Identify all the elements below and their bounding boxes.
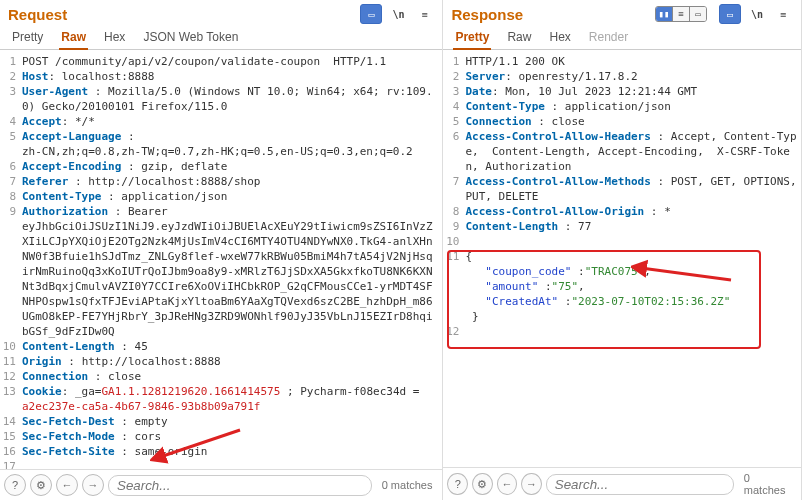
code-line: 3Date: Mon, 10 Jul 2023 12:21:44 GMT — [443, 84, 801, 99]
code-line: 1POST /community/api/v2/coupon/validate-… — [0, 54, 442, 69]
tab-hex[interactable]: Hex — [547, 26, 572, 49]
code-line: 9Authorization : Bearer eyJhbGciOiJSUzI1… — [0, 204, 442, 339]
request-header: Request ▭ \n ≡ — [0, 0, 442, 26]
code-line: 15Sec-Fetch-Mode : cors — [0, 429, 442, 444]
help-icon[interactable]: ? — [447, 473, 468, 495]
search-input[interactable] — [108, 475, 372, 496]
tab-render[interactable]: Render — [587, 26, 630, 49]
code-line: 13Cookie: _ga=GA1.1.1281219620.166141457… — [0, 384, 442, 414]
code-line: 16Sec-Fetch-Site : same-origin — [0, 444, 442, 459]
prev-icon[interactable]: ← — [56, 474, 78, 496]
response-tabs: Pretty Raw Hex Render — [443, 26, 801, 50]
hamburger-icon[interactable]: ≡ — [414, 5, 434, 23]
code-line: 10Content-Length : 45 — [0, 339, 442, 354]
code-line: 4Accept: */* — [0, 114, 442, 129]
wrap-icon[interactable]: \n — [747, 5, 767, 23]
request-tabs: Pretty Raw Hex JSON Web Token — [0, 26, 442, 50]
next-icon[interactable]: → — [82, 474, 104, 496]
code-line: 5Connection : close — [443, 114, 801, 129]
prev-icon[interactable]: ← — [497, 473, 518, 495]
code-line: 9Content-Length : 77 — [443, 219, 801, 234]
request-title: Request — [8, 6, 67, 23]
code-line: 6Access-Control-Allow-Headers : Accept, … — [443, 129, 801, 174]
code-line: 17 — [0, 459, 442, 469]
request-pane: Request ▭ \n ≡ Pretty Raw Hex JSON Web T… — [0, 0, 443, 500]
hamburger-icon[interactable]: ≡ — [773, 5, 793, 23]
tab-pretty[interactable]: Pretty — [10, 26, 45, 49]
code-line: 5Accept-Language : zh-CN,zh;q=0.8,zh-TW;… — [0, 129, 442, 159]
code-line: 12Connection : close — [0, 369, 442, 384]
response-content[interactable]: 1HTTP/1.1 200 OK2Server: openresty/1.17.… — [443, 50, 801, 467]
code-line: 7Access-Control-Allow-Methods : POST, GE… — [443, 174, 801, 204]
message-editor-icon[interactable]: ▭ — [719, 4, 741, 24]
layout-single-icon[interactable]: ▭ — [690, 7, 706, 21]
code-line: 4Content-Type : application/json — [443, 99, 801, 114]
layout-rows-icon[interactable]: ≡ — [673, 7, 690, 21]
code-line: 7Referer : http://localhost:8888/shop — [0, 174, 442, 189]
code-line: 11Origin : http://localhost:8888 — [0, 354, 442, 369]
next-icon[interactable]: → — [521, 473, 542, 495]
code-line: 11{ "coupon_code" :"TRAC075", "amount" :… — [443, 249, 801, 324]
message-editor-icon[interactable]: ▭ — [360, 4, 382, 24]
code-line: 3User-Agent : Mozilla/5.0 (Windows NT 10… — [0, 84, 442, 114]
code-line: 2Server: openresty/1.17.8.2 — [443, 69, 801, 84]
layout-toggle[interactable]: ▮▮ ≡ ▭ — [655, 6, 707, 22]
code-line: 10 — [443, 234, 801, 249]
code-line: 6Accept-Encoding : gzip, deflate — [0, 159, 442, 174]
code-line: 1HTTP/1.1 200 OK — [443, 54, 801, 69]
gear-icon[interactable]: ⚙ — [30, 474, 52, 496]
code-line: 8Access-Control-Allow-Origin : * — [443, 204, 801, 219]
response-title: Response — [451, 6, 523, 23]
layout-columns-icon[interactable]: ▮▮ — [656, 7, 673, 21]
code-line: 12 — [443, 324, 801, 339]
response-pane: Response ▮▮ ≡ ▭ ▭ \n ≡ Pretty Raw Hex Re… — [443, 0, 802, 500]
code-line: 8Content-Type : application/json — [0, 189, 442, 204]
wrap-icon[interactable]: \n — [388, 5, 408, 23]
gear-icon[interactable]: ⚙ — [472, 473, 493, 495]
code-line: 14Sec-Fetch-Dest : empty — [0, 414, 442, 429]
tab-hex[interactable]: Hex — [102, 26, 127, 49]
tab-raw[interactable]: Raw — [59, 26, 88, 50]
code-line: 2Host: localhost:8888 — [0, 69, 442, 84]
response-footer: ? ⚙ ← → 0 matches — [443, 467, 801, 500]
help-icon[interactable]: ? — [4, 474, 26, 496]
matches-label: 0 matches — [738, 472, 797, 496]
tab-raw[interactable]: Raw — [505, 26, 533, 49]
request-content[interactable]: 1POST /community/api/v2/coupon/validate-… — [0, 50, 442, 469]
response-header: Response ▮▮ ≡ ▭ ▭ \n ≡ — [443, 0, 801, 26]
tab-pretty[interactable]: Pretty — [453, 26, 491, 50]
search-input[interactable] — [546, 474, 734, 495]
tab-jwt[interactable]: JSON Web Token — [141, 26, 240, 49]
request-footer: ? ⚙ ← → 0 matches — [0, 469, 442, 500]
matches-label: 0 matches — [376, 479, 439, 491]
